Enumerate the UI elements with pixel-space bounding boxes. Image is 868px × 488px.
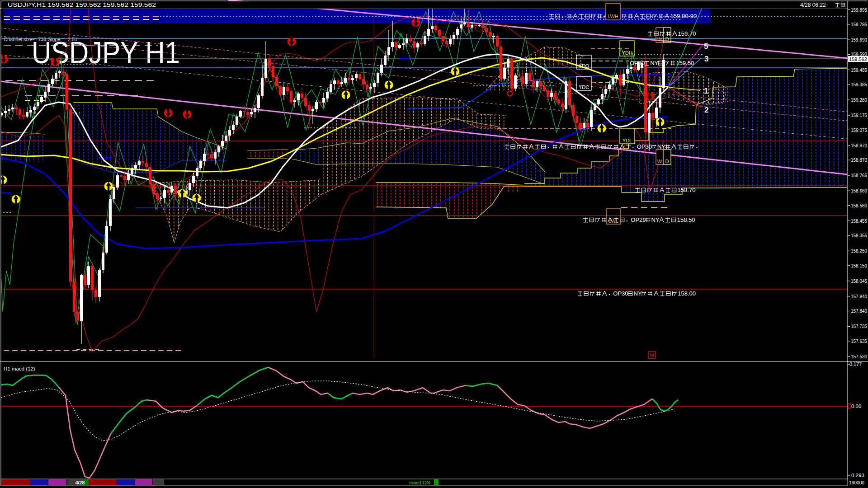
svg-text:4/28 06:22: 4/28 06:22 (800, 2, 826, 8)
svg-text:-0.293: -0.293 (849, 473, 864, 478)
svg-text:158.00: 158.00 (678, 290, 696, 297)
svg-text:OP30: OP30 (630, 60, 645, 66)
svg-text:USDJPY,H1 159.562 159.562 159: USDJPY,H1 159.562 159.562 159.562 159.56… (8, 2, 156, 8)
svg-text:macd ON: macd ON (409, 480, 430, 485)
svg-text:159.690: 159.690 (851, 37, 867, 42)
svg-text:0.00: 0.00 (851, 404, 861, 409)
svg-text:158.70: 158.70 (678, 187, 696, 193)
svg-text:LWL: LWL (609, 218, 618, 224)
svg-text:190000: 190000 (849, 480, 864, 485)
svg-text:157.530: 157.530 (851, 354, 867, 359)
svg-text:158.50: 158.50 (677, 216, 695, 223)
svg-text:LWH: LWH (608, 14, 618, 19)
svg-text:NY: NY (650, 60, 658, 66)
svg-text:159.075: 159.075 (851, 127, 867, 133)
svg-text:158.660: 158.660 (851, 188, 867, 193)
svg-text:158.870: 158.870 (851, 157, 867, 163)
svg-text:159.280: 159.280 (851, 97, 867, 103)
svg-text:4/28: 4/28 (75, 480, 85, 485)
svg-text:M: M (650, 352, 654, 358)
svg-text:157.635: 157.635 (851, 338, 867, 344)
svg-text:159.485: 159.485 (851, 67, 867, 73)
svg-text:W: W (657, 37, 662, 42)
svg-text:OP30: OP30 (613, 290, 628, 297)
svg-text:NY: NY (634, 290, 642, 297)
svg-text:YDH: YDH (622, 50, 632, 56)
svg-text:158.455: 158.455 (851, 218, 867, 224)
svg-text:W: W (657, 159, 662, 164)
svg-text:157.940: 157.940 (851, 294, 867, 299)
svg-text:158.355: 158.355 (851, 233, 867, 238)
svg-text:158.765: 158.765 (851, 173, 867, 178)
svg-text:158.250: 158.250 (851, 248, 867, 253)
svg-text:3: 3 (704, 55, 708, 63)
svg-text:OP30: OP30 (637, 143, 652, 150)
svg-text:YDC: YDC (579, 84, 589, 90)
svg-text:D: D (665, 159, 669, 164)
svg-text:159.795: 159.795 (851, 22, 867, 27)
svg-text:158.970: 158.970 (851, 143, 867, 148)
svg-text:159.50: 159.50 (676, 60, 694, 66)
svg-text:159.80-90: 159.80-90 (670, 13, 697, 19)
svg-text:159.385: 159.385 (851, 82, 867, 87)
svg-text:1: 1 (704, 87, 708, 95)
svg-text:157.840: 157.840 (851, 308, 867, 314)
svg-text:159.70: 159.70 (678, 30, 696, 37)
svg-text:H1 macd (12): H1 macd (12) (4, 366, 35, 371)
svg-text:NY: NY (657, 143, 665, 150)
svg-text:157.735: 157.735 (851, 324, 867, 329)
svg-text:YDO: YDO (579, 63, 590, 69)
svg-text:158.560: 158.560 (851, 203, 867, 208)
svg-text:5: 5 (704, 42, 708, 51)
svg-text:159.175: 159.175 (851, 113, 867, 118)
svg-text:Channel size = 738 Slope = -2.: Channel size = 738 Slope = -2.51 (4, 37, 77, 42)
svg-text:D: D (665, 37, 669, 42)
svg-text:2: 2 (704, 106, 708, 114)
svg-text:NY: NY (651, 216, 660, 223)
svg-text:0.177: 0.177 (849, 361, 862, 367)
svg-text:159.562: 159.562 (849, 56, 867, 62)
svg-text:158.150: 158.150 (851, 263, 867, 268)
svg-text:159.895: 159.895 (851, 7, 867, 13)
svg-text:158.045: 158.045 (851, 278, 867, 284)
svg-text:OP29: OP29 (631, 216, 646, 223)
svg-text:YDL: YDL (623, 138, 632, 143)
